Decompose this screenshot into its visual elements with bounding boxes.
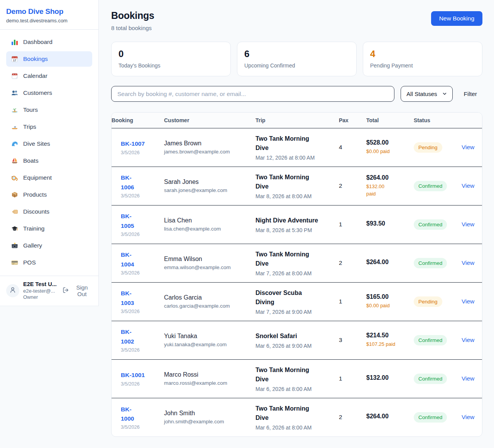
view-link[interactable]: View [462, 337, 474, 343]
new-booking-button[interactable]: New Booking [431, 11, 482, 26]
booking-id-link[interactable]: BK- 1004 [121, 250, 160, 269]
status-filter-select[interactable]: All Statuses [401, 86, 452, 102]
customer-name: Lisa Chen [164, 217, 252, 224]
customer-email: john.smith@example.com [164, 419, 252, 424]
graduation-cap-icon [11, 225, 19, 232]
sidebar-item-gallery[interactable]: Gallery [6, 238, 92, 253]
view-link[interactable]: View [462, 298, 474, 305]
booking-id-link[interactable]: BK- 1003 [121, 289, 160, 307]
column-header: Booking [112, 113, 164, 128]
stat-card: 4 Pending Payment [363, 42, 482, 76]
sidebar-item-pos[interactable]: POS [6, 255, 92, 270]
booking-id-link[interactable]: BK- 1002 [121, 327, 160, 346]
status-badge: Confirmed [414, 412, 447, 423]
sidebar-item-trips[interactable]: Trips [6, 119, 92, 135]
customer-name: Sarah Jones [164, 179, 252, 185]
sidebar-item-label: Boats [23, 157, 39, 164]
sailboat-icon [11, 157, 19, 164]
stat-value: 6 [244, 49, 349, 59]
view-link[interactable]: View [462, 182, 474, 189]
trip-datetime: Mar 6, 2026 at 9:00 AM [255, 343, 335, 349]
sidebar-item-discounts[interactable]: Discounts [6, 204, 92, 219]
sidebar-item-boats[interactable]: Boats [6, 153, 92, 168]
trip-name: Snorkel Safari [255, 332, 335, 341]
sidebar-item-products[interactable]: Products [6, 187, 92, 202]
table-row: BK-1007 3/5/2026 James Brown james.brown… [112, 128, 482, 167]
brand-domain: demo.test.divestreams.com [6, 18, 92, 24]
search-input[interactable] [111, 86, 394, 102]
customer-email: carlos.garcia@example.com [164, 303, 252, 309]
total-amount: $93.50 [366, 220, 410, 227]
trip-datetime: Mar 7, 2026 at 9:00 AM [255, 309, 335, 315]
filter-button[interactable]: Filter [464, 91, 477, 98]
sign-out-button[interactable]: Sign Out [63, 284, 92, 297]
bar-chart-icon [11, 39, 19, 45]
total-amount: $528.00 [366, 139, 410, 146]
paid-amount: $0.00 paid [366, 302, 410, 310]
chevron-down-icon [442, 91, 447, 97]
view-link[interactable]: View [462, 221, 474, 227]
pax-count: 1 [339, 282, 366, 321]
view-link[interactable]: View [462, 259, 474, 266]
column-header: Total [366, 113, 414, 128]
total-amount: $264.00 [366, 413, 410, 420]
island-icon [11, 106, 19, 113]
trip-datetime: Mar 6, 2026 at 8:00 AM [255, 386, 335, 392]
trip-name: Two Tank Morning Dive [255, 173, 335, 191]
booking-id-link[interactable]: BK- 1000 [121, 405, 160, 423]
customer-name: Carlos Garcia [164, 294, 252, 301]
total-amount: $264.00 [366, 174, 410, 181]
sidebar-item-label: Dive Sites [23, 140, 50, 147]
trip-name: Two Tank Morning Dive [255, 250, 335, 268]
booking-id-link[interactable]: BK- 1005 [121, 212, 160, 230]
pax-count: 2 [339, 167, 366, 205]
sidebar-item-dive-sites[interactable]: Dive Sites [6, 136, 92, 152]
table-row: BK- 1005 3/5/2026 Lisa Chen lisa.chen@ex… [112, 205, 482, 244]
pax-count: 2 [339, 398, 366, 436]
sidebar-item-dashboard[interactable]: Dashboard [6, 34, 92, 50]
sidebar-item-equipment[interactable]: Equipment [6, 170, 92, 185]
pax-count: 4 [339, 128, 366, 167]
page-title: Bookings [111, 10, 154, 21]
booking-id-link[interactable]: BK-1001 [121, 371, 160, 380]
customer-name: John Smith [164, 410, 252, 417]
user-name: E2E Test U... [23, 281, 59, 287]
status-badge: Confirmed [414, 258, 447, 268]
tag-icon [11, 208, 19, 215]
view-link[interactable]: View [462, 144, 474, 150]
column-header: Status [414, 113, 462, 128]
sidebar-item-bookings[interactable]: 17 Bookings [6, 51, 92, 67]
trip-datetime: Mar 8, 2026 at 5:30 PM [255, 227, 335, 233]
trip-name: Two Tank Morning Dive [255, 134, 335, 153]
sidebar-item-training[interactable]: Training [6, 221, 92, 236]
booking-date: 3/5/2026 [121, 270, 160, 276]
view-link[interactable]: View [462, 414, 474, 420]
table-row: BK- 1000 3/5/2026 John Smith john.smith@… [112, 398, 482, 436]
pax-count: 1 [339, 205, 366, 244]
customer-name: Emma Wilson [164, 256, 252, 263]
booking-id-link[interactable]: BK-1007 [121, 139, 160, 148]
stats-row: 0 Today's Bookings 6 Upcoming Confirmed … [111, 42, 482, 76]
page-header: Bookings 8 total bookings New Booking [111, 10, 482, 31]
status-badge: Pending [414, 142, 442, 153]
stat-card: 0 Today's Bookings [111, 42, 231, 76]
booking-date: 3/5/2026 [121, 381, 160, 387]
table-row: BK- 1002 3/5/2026 Yuki Tanaka yuki.tanak… [112, 321, 482, 359]
booking-id-link[interactable]: BK- 1006 [121, 173, 160, 192]
sidebar-item-calendar[interactable]: Calendar [6, 68, 92, 84]
column-header: Customer [164, 113, 255, 128]
pax-count: 1 [339, 359, 366, 398]
paid-amount: $132.00 paid [366, 183, 410, 198]
sidebar-item-label: Customers [23, 89, 52, 96]
sidebar-item-label: Discounts [23, 208, 49, 215]
sidebar-nav: Dashboard 17 Bookings Calendar Customers [0, 30, 98, 276]
brand: Demo Dive Shop demo.test.divestreams.com [0, 0, 98, 30]
sidebar-item-customers[interactable]: Customers [6, 85, 92, 101]
sign-out-label: Sign Out [72, 284, 92, 297]
paid-amount: $0.00 paid [366, 148, 410, 155]
sidebar-item-tours[interactable]: Tours [6, 102, 92, 118]
paid-amount: $107.25 paid [366, 341, 410, 348]
trip-datetime: Mar 7, 2026 at 8:00 AM [255, 270, 335, 276]
stat-value: 4 [370, 49, 475, 59]
view-link[interactable]: View [462, 375, 474, 382]
